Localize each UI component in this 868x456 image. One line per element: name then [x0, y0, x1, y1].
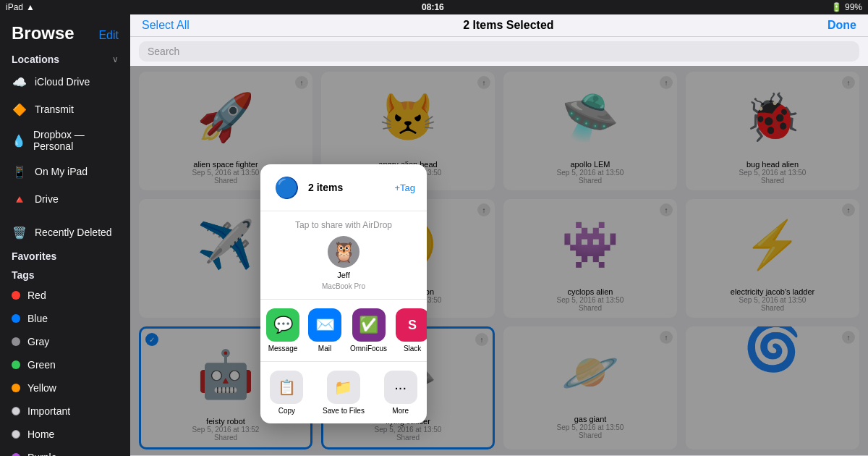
selection-count-title: 2 Items Selected	[463, 19, 553, 32]
sidebar-item-label: iCloud Drive	[35, 76, 90, 88]
action-label: More	[392, 407, 409, 415]
tags-section-header: Tags	[0, 265, 130, 284]
done-button[interactable]: Done	[827, 19, 856, 32]
ipad-label: iPad	[6, 2, 23, 12]
more-icon: ···	[384, 371, 417, 404]
sidebar-item-on-my-ipad[interactable]: 📱 On My iPad	[0, 158, 130, 185]
action-copy[interactable]: 📋 Copy	[270, 371, 303, 415]
sidebar-item-label: Transmit	[35, 104, 74, 115]
tag-label: Important	[27, 405, 70, 417]
drive-icon: 🔺	[12, 191, 27, 207]
tag-button[interactable]: +Tag	[350, 182, 415, 193]
sidebar-header: Browse Edit	[0, 14, 130, 49]
battery-icon: 🔋	[831, 2, 842, 12]
tag-label: Yellow	[27, 382, 56, 394]
status-right: 🔋 99%	[831, 2, 862, 12]
search-bar	[130, 37, 868, 66]
dropbox-icon: 💧	[12, 132, 26, 148]
tag-dot-home	[12, 430, 20, 439]
sidebar-item-dropbox[interactable]: 💧 Dropbox — Personal	[0, 123, 130, 158]
airdrop-device-type: MacBook Pro	[322, 282, 365, 290]
favorites-label: Favorites	[12, 250, 56, 262]
locations-label: Locations	[12, 54, 59, 65]
sidebar-item-tag-gray[interactable]: Gray	[0, 330, 130, 353]
sidebar-title: Browse	[12, 23, 75, 43]
tag-dot-blue	[12, 314, 20, 323]
action-more[interactable]: ··· More	[384, 371, 417, 415]
app-mail[interactable]: ✉️ Mail	[308, 308, 341, 352]
sidebar-item-transmit[interactable]: 🔶 Transmit	[0, 96, 130, 123]
app-label: Mail	[318, 345, 331, 352]
app-label: OmniFocus	[350, 345, 387, 352]
status-bar: iPad ▲ 08:16 🔋 99%	[0, 0, 868, 14]
tag-dot-important	[12, 407, 20, 415]
apps-row: 💬 Message ✉️ Mail ✅ OmniFocus S Slack	[260, 300, 427, 362]
tag-dot-red	[12, 291, 20, 300]
app-message[interactable]: 💬 Message	[266, 308, 299, 352]
tag-label: Gray	[27, 336, 49, 347]
top-bar: Select All 2 Items Selected Done	[130, 14, 868, 37]
sidebar-item-tag-green[interactable]: Green	[0, 353, 130, 376]
action-save-to-files[interactable]: 📁 Save to Files	[323, 371, 365, 415]
action-label: Save to Files	[323, 407, 365, 415]
favorites-section-header: Favorites	[0, 246, 130, 265]
status-time: 08:16	[422, 2, 444, 12]
transmit-icon: 🔶	[12, 101, 27, 117]
airdrop-avatar: 🦉	[328, 236, 359, 268]
sidebar: Browse Edit Locations ∨ ☁️ iCloud Drive …	[0, 14, 130, 456]
sidebar-item-tag-home[interactable]: Home	[0, 423, 130, 446]
app-container: Browse Edit Locations ∨ ☁️ iCloud Drive …	[0, 14, 868, 456]
share-sheet-thumbnail: 🔵	[272, 173, 301, 202]
sidebar-item-tag-red[interactable]: Red	[0, 284, 130, 307]
app-label: Slack	[404, 345, 421, 352]
airdrop-device[interactable]: 🦉 Jeff MacBook Pro	[272, 236, 415, 290]
sidebar-item-label: Drive	[35, 193, 59, 205]
sidebar-item-label: Dropbox — Personal	[33, 129, 119, 152]
action-label: Copy	[278, 407, 295, 415]
select-all-button[interactable]: Select All	[142, 19, 190, 32]
sidebar-item-icloud-drive[interactable]: ☁️ iCloud Drive	[0, 68, 130, 96]
share-sheet: 🔵 2 items +Tag Tap to share with AirDrop…	[260, 164, 427, 423]
airdrop-section: Tap to share with AirDrop 🦉 Jeff MacBook…	[260, 211, 427, 300]
share-sheet-header: 🔵 2 items +Tag	[260, 164, 427, 211]
tag-label: Home	[27, 428, 54, 440]
tag-label: Red	[27, 290, 46, 301]
sidebar-item-drive[interactable]: 🔺 Drive	[0, 185, 130, 213]
locations-chevron: ∨	[112, 54, 119, 64]
battery-percent: 99%	[845, 2, 862, 12]
sidebar-item-tag-yellow[interactable]: Yellow	[0, 376, 130, 400]
app-slack[interactable]: S Slack	[396, 308, 427, 352]
tag-label: Green	[27, 359, 56, 371]
wifi-icon: ▲	[26, 2, 35, 12]
actions-row: 📋 Copy 📁 Save to Files ··· More	[260, 362, 427, 423]
status-left: iPad ▲	[6, 2, 35, 12]
save-to-files-icon: 📁	[327, 371, 360, 404]
sidebar-item-tag-purple[interactable]: Purple	[0, 446, 130, 456]
app-omnifocus[interactable]: ✅ OmniFocus	[350, 308, 387, 352]
sidebar-item-label: On My iPad	[35, 166, 88, 177]
sidebar-item-tag-blue[interactable]: Blue	[0, 307, 130, 330]
tag-label: Blue	[27, 313, 48, 324]
message-icon: 💬	[266, 308, 299, 342]
locations-section-header: Locations ∨	[0, 49, 130, 68]
deleted-icon: 🗑️	[12, 224, 27, 240]
omnifocus-icon: ✅	[352, 308, 386, 342]
app-label: Message	[268, 345, 298, 352]
content-area: ↑ 🚀 alien space fighter Sep 5, 2016 at 1…	[130, 66, 868, 455]
sidebar-item-recently-deleted[interactable]: 🗑️ Recently Deleted	[0, 219, 130, 246]
airdrop-prompt: Tap to share with AirDrop	[272, 220, 415, 230]
tag-dot-yellow	[12, 384, 20, 392]
share-sheet-overlay[interactable]	[130, 66, 868, 455]
tag-dot-green	[12, 360, 20, 369]
tags-label: Tags	[12, 269, 35, 281]
tag-dot-purple	[12, 453, 20, 456]
copy-icon: 📋	[270, 371, 303, 404]
airdrop-device-name: Jeff	[337, 271, 350, 279]
sidebar-edit-button[interactable]: Edit	[98, 29, 119, 42]
search-input[interactable]	[139, 41, 859, 62]
share-item-count: 2 items	[308, 182, 343, 193]
main-panel: Select All 2 Items Selected Done ↑ 🚀 ali…	[130, 14, 868, 456]
slack-icon: S	[396, 308, 427, 342]
ipad-icon: 📱	[12, 164, 27, 180]
sidebar-item-tag-important[interactable]: Important	[0, 400, 130, 423]
